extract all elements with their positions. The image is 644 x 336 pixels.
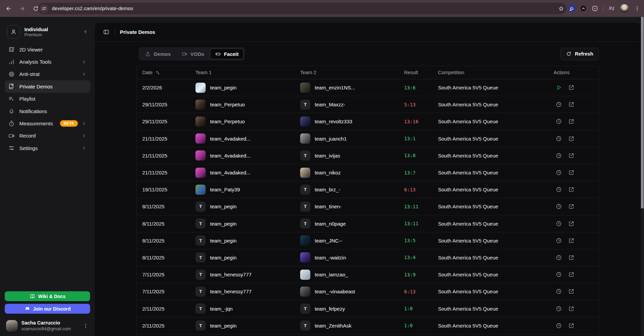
sidebar-item-record[interactable]: Record [5, 130, 90, 142]
table-row[interactable]: 21/11/2025team_4vadaked...Tteam_ivijas13… [137, 147, 599, 164]
table-row[interactable]: 8/11/2025Tteam_peginteam_-waitzin13:4Sou… [137, 249, 599, 266]
wiki-docs-button[interactable]: Wiki & Docs [5, 291, 90, 301]
browser-menu-icon[interactable] [634, 5, 641, 12]
table-row[interactable]: 8/11/2025Tteam_peginTteam_n0page13:11Sou… [137, 215, 599, 232]
open-external-button[interactable] [568, 118, 575, 125]
open-external-button[interactable] [568, 203, 575, 210]
team1-cell: Tteam_pegin [195, 252, 300, 262]
discord-button[interactable]: Join our Discord [5, 304, 90, 314]
chevron-right-icon [81, 121, 87, 126]
open-external-button[interactable] [568, 271, 575, 278]
open-external-button[interactable] [568, 322, 575, 329]
pending-clock-icon [556, 271, 562, 278]
scrollbar-thumb[interactable] [641, 17, 644, 208]
browser-profile-avatar[interactable] [620, 4, 629, 13]
page-scrollbar[interactable] [641, 17, 644, 336]
sidebar-item-playlist[interactable]: Playlist [5, 93, 90, 105]
actions-cell [554, 152, 599, 159]
table-row[interactable]: 2/11/2025Tteam_peginTteam_ZenithAsk1:0So… [137, 317, 599, 334]
bookmark-star-icon[interactable] [558, 5, 564, 12]
video-camera-icon [8, 132, 15, 139]
open-external-button[interactable] [568, 306, 575, 312]
actions-cell [554, 288, 599, 295]
open-external-button[interactable] [568, 152, 575, 159]
table-row[interactable]: 21/11/2025team_4vadaked...team_juanch113… [137, 130, 599, 147]
pending-clock-icon [556, 152, 562, 159]
team2-cell: team_revoltz333 [300, 117, 404, 127]
workspace-switcher[interactable]: Individual Premium [5, 25, 90, 39]
team1-cell: Tteam_pegin [195, 202, 300, 212]
page-header: Private Demos [95, 23, 641, 42]
table-row[interactable]: 8/11/2025Tteam_peginteam_JNC--13:5South … [137, 232, 599, 249]
site-settings-icon[interactable] [40, 4, 48, 13]
video-icon [182, 51, 187, 57]
extension-g-icon[interactable]: G [568, 5, 575, 12]
reading-list-icon[interactable] [608, 5, 615, 12]
table-row[interactable]: 2/11/2025Tteam_peginteam_Moraaesz1:0Sout… [137, 334, 599, 336]
main-panel: Private Demos Demos VODs Faceit Refresh [95, 23, 641, 336]
sidebar-item-private-demos[interactable]: Private Demos [5, 80, 90, 92]
sidebar-item-settings[interactable]: Settings [5, 142, 90, 154]
table-row[interactable]: 19/11/2025team_Paty39Tteam_brz_-6:13Sout… [137, 181, 599, 198]
column-header-team2: Team 2 [300, 70, 404, 75]
open-external-button[interactable] [568, 237, 575, 244]
table-row[interactable]: 29/11/2025team_PerpetuoTteam_Maxzz-5:13S… [137, 96, 599, 113]
team1-name: team_Perpetuo [210, 119, 245, 124]
extension-wallet-icon[interactable] [591, 5, 598, 12]
table-row[interactable]: 7/11/2025Tteam_henessy777team_iamzao_13:… [137, 266, 599, 283]
table-row[interactable]: 21/11/2025team_4vadaked...team_nikoz13:7… [137, 164, 599, 181]
tab-demos[interactable]: Demos [140, 48, 176, 59]
browser-back-button[interactable] [3, 3, 14, 14]
open-external-button[interactable] [568, 220, 575, 227]
sidebar-item-label: Anti-strat [19, 71, 40, 77]
team1-cell: team_Perpetuo [195, 100, 300, 110]
team-letter-avatar: T [195, 320, 206, 331]
play-demo-button[interactable] [556, 84, 562, 91]
team-letter-avatar: T [300, 303, 310, 314]
sidebar-item-notifications[interactable]: Notifications [5, 105, 90, 117]
open-external-button[interactable] [568, 135, 575, 142]
team1-cell: Tteam_-jqn [195, 303, 300, 314]
team1-name: team_pegin [210, 323, 236, 329]
address-bar[interactable]: developer.cs2.cam/en/private-demos [38, 3, 566, 14]
table-row[interactable]: 8/11/2025Tteam_peginTteam_tinen-13:11Sou… [137, 198, 599, 215]
header-divider [115, 29, 115, 36]
sidebar-toggle-icon[interactable] [103, 29, 109, 35]
sidebar-item-label: Record [19, 133, 36, 139]
tab-vods[interactable]: VODs [176, 48, 209, 59]
open-external-button[interactable] [568, 288, 575, 295]
table-row[interactable]: 2/2/2026team_peginteam_enzin1NS...13:6So… [137, 79, 599, 96]
open-external-button[interactable] [568, 186, 575, 193]
match-result: 13:7 [404, 170, 438, 175]
team-avatar-image [300, 168, 310, 178]
match-result: 6:13 [404, 289, 438, 294]
url-text: developer.cs2.cam/en/private-demos [52, 6, 133, 11]
refresh-button[interactable]: Refresh [560, 48, 599, 60]
open-external-button[interactable] [568, 254, 575, 261]
team1-name: team_4vadaked... [210, 136, 250, 142]
sidebar-item-analysis-tools[interactable]: Analysis Tools [5, 56, 90, 68]
team1-name: team_pegin [210, 204, 236, 209]
table-row[interactable]: 7/11/2025Tteam_henessy777team_-vinaabeas… [137, 283, 599, 300]
browser-forward-button[interactable] [16, 3, 28, 14]
team1-name: team_pegin [210, 255, 236, 260]
table-row[interactable]: 2/11/2025Tteam_-jqnTteam_felpezy1:0South… [137, 300, 599, 317]
team2-cell: Tteam_brz_- [300, 185, 404, 195]
team-letter-avatar: T [195, 218, 206, 229]
user-profile[interactable]: Sacha Carruccio scarruccio94@gmail.com [5, 319, 90, 333]
sidebar-item-measurements[interactable]: Measurements BETA [5, 117, 90, 129]
open-external-button[interactable] [568, 84, 575, 91]
extension-dark-icon[interactable] [580, 5, 587, 12]
user-menu-icon[interactable] [83, 323, 89, 329]
match-date: 8/11/2025 [142, 238, 195, 244]
sort-icon[interactable] [155, 70, 160, 75]
team2-cell: Tteam_ZenithAsk [300, 320, 404, 331]
sidebar-item-2d-viewer[interactable]: 2D Viewer [5, 43, 90, 56]
open-external-button[interactable] [568, 101, 575, 108]
table-row[interactable]: 29/11/2025team_Perpetuoteam_revoltz33313… [137, 113, 599, 130]
match-date: 21/11/2025 [142, 136, 195, 142]
match-date: 19/11/2025 [142, 187, 195, 192]
sidebar-item-anti-strat[interactable]: Anti-strat [5, 68, 90, 80]
tab-faceit[interactable]: Faceit [210, 48, 244, 59]
open-external-button[interactable] [568, 169, 575, 176]
